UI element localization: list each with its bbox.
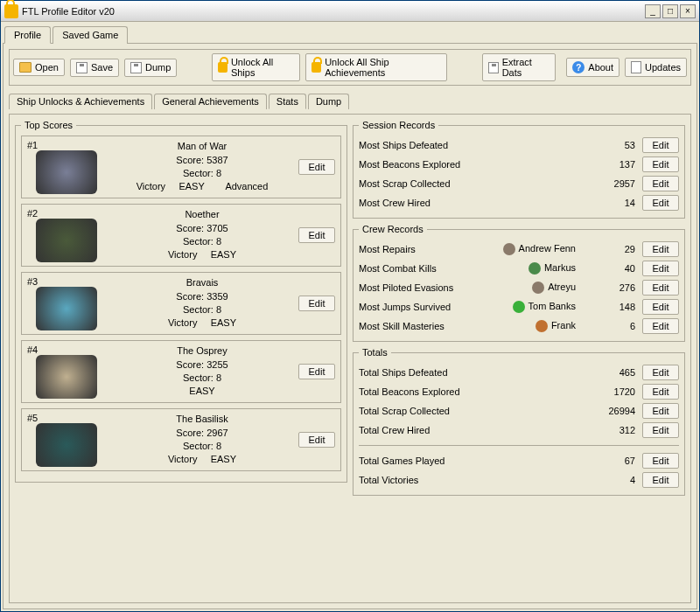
score-entry: #2NoetherScore: 3705Sector: 8Victory EAS… <box>21 204 341 267</box>
record-value: 29 <box>583 244 635 254</box>
titlebar: FTL Profile Editor v20 _ □ × <box>1 1 699 22</box>
crew-icon <box>513 301 525 313</box>
crew-records-legend: Crew Records <box>359 224 427 234</box>
subtab-unlocks[interactable]: Ship Unlocks & Achievements <box>9 94 152 109</box>
edit-button[interactable]: Edit <box>642 422 679 438</box>
ship-icon <box>36 355 97 399</box>
record-value: 148 <box>583 302 635 312</box>
record-value: 1720 <box>583 386 635 397</box>
record-label: Most Ships Defeated <box>359 140 576 150</box>
lock-icon <box>218 62 228 73</box>
edit-button[interactable]: Edit <box>298 159 335 175</box>
tab-profile[interactable]: Profile <box>4 26 51 44</box>
record-value: 53 <box>583 140 635 150</box>
extract-dats-button[interactable]: Extract Dats <box>482 53 556 81</box>
edit-button[interactable]: Edit <box>642 176 679 191</box>
left-column: Top Scores #1Man of WarScore: 5387Sector… <box>15 120 347 597</box>
unlock-ships-button[interactable]: Unlock All Ships <box>212 53 300 81</box>
sub-tabbar: Ship Unlocks & Achievements General Achi… <box>9 93 691 108</box>
edit-button[interactable]: Edit <box>642 299 679 315</box>
record-row: Most Scrap Collected2957Edit <box>359 174 679 193</box>
record-row: Most Crew Hired14Edit <box>359 193 679 212</box>
ship-icon <box>36 150 97 194</box>
edit-button[interactable]: Edit <box>642 318 679 334</box>
record-value: 276 <box>583 282 635 293</box>
record-row: Total Beacons Explored1720Edit <box>359 382 679 401</box>
record-value: 6 <box>583 321 635 331</box>
close-button[interactable]: × <box>680 4 696 18</box>
window-buttons: _ □ × <box>645 4 696 18</box>
disk-icon <box>76 62 88 73</box>
record-label: Most Piloted Evasions <box>359 282 525 293</box>
record-row: Total Scrap Collected26994Edit <box>359 401 679 421</box>
edit-button[interactable]: Edit <box>642 384 679 400</box>
record-label: Most Repairs <box>359 244 496 254</box>
record-value: 465 <box>583 367 635 378</box>
edit-button[interactable]: Edit <box>642 195 679 211</box>
about-button[interactable]: ?About <box>566 58 620 77</box>
edit-button[interactable]: Edit <box>642 241 679 257</box>
window-title: FTL Profile Editor v20 <box>22 6 645 17</box>
record-label: Total Beacons Explored <box>359 386 576 397</box>
edit-button[interactable]: Edit <box>298 227 335 243</box>
score-text: The OspreyScore: 3255Sector: 8EASY <box>111 344 293 399</box>
ship-name: The Osprey <box>111 344 293 358</box>
record-label: Most Skill Masteries <box>359 321 528 331</box>
crew-records-group: Crew Records Most RepairsAndrew Fenn29Ed… <box>353 224 685 342</box>
edit-button[interactable]: Edit <box>298 364 335 379</box>
unlock-achievements-button[interactable]: Unlock All Ship Achievements <box>305 53 447 81</box>
minimize-button[interactable]: _ <box>645 4 661 18</box>
record-label: Total Scrap Collected <box>359 406 576 416</box>
score-entry: #4The OspreyScore: 3255Sector: 8EASYEdit <box>21 340 341 403</box>
app-icon <box>4 4 18 18</box>
edit-button[interactable]: Edit <box>642 280 679 296</box>
edit-button[interactable]: Edit <box>298 296 335 311</box>
score-rank: #4 <box>27 344 106 355</box>
subtab-dump[interactable]: Dump <box>308 94 349 109</box>
edit-button[interactable]: Edit <box>642 365 679 380</box>
top-scores-group: Top Scores #1Man of WarScore: 5387Sector… <box>15 120 347 483</box>
record-value: 137 <box>583 159 635 170</box>
record-label: Most Beacons Explored <box>359 159 576 170</box>
ship-name: Man of War <box>111 140 293 153</box>
app-window: FTL Profile Editor v20 _ □ × Profile Sav… <box>0 0 700 612</box>
session-records-legend: Session Records <box>359 120 438 130</box>
session-records-group: Session Records Most Ships Defeated53Edi… <box>353 120 685 219</box>
record-value: 312 <box>583 425 635 435</box>
updates-button[interactable]: Updates <box>625 58 687 77</box>
maximize-button[interactable]: □ <box>662 4 678 18</box>
stats-panel: Top Scores #1Man of WarScore: 5387Sector… <box>9 114 691 603</box>
ship-icon <box>36 219 97 262</box>
edit-button[interactable]: Edit <box>642 472 679 488</box>
crew-icon <box>536 320 548 332</box>
dump-button[interactable]: Dump <box>124 59 177 77</box>
record-row: Most Ships Defeated53Edit <box>359 136 679 155</box>
edit-button[interactable]: Edit <box>642 137 679 153</box>
record-label: Most Crew Hired <box>359 198 576 208</box>
crew-icon <box>528 262 541 275</box>
score-text: The BasiliskScore: 2967Sector: 8Victory … <box>111 413 293 467</box>
score-text: BravaisScore: 3359Sector: 8Victory EASY <box>111 276 293 330</box>
edit-button[interactable]: Edit <box>642 403 679 419</box>
record-label: Total Ships Defeated <box>359 367 576 378</box>
edit-button[interactable]: Edit <box>642 156 679 172</box>
subtab-general[interactable]: General Achievements <box>154 94 267 109</box>
record-row: Total Games Played67Edit <box>359 451 679 470</box>
lock-icon <box>312 62 321 73</box>
open-button[interactable]: Open <box>13 59 65 76</box>
crew-name: Markus <box>528 262 576 275</box>
edit-button[interactable]: Edit <box>642 261 679 276</box>
top-scores-legend: Top Scores <box>21 120 76 130</box>
crew-icon <box>503 243 515 255</box>
tab-saved-game[interactable]: Saved Game <box>52 26 128 44</box>
ship-name: Bravais <box>111 276 293 289</box>
edit-button[interactable]: Edit <box>642 453 679 469</box>
save-button[interactable]: Save <box>70 59 119 77</box>
subtab-stats[interactable]: Stats <box>269 94 306 109</box>
toolbar: Open Save Dump Unlock All Ships Unlock A… <box>9 49 691 86</box>
crew-record-row: Most Combat KillsMarkus40Edit <box>359 259 679 278</box>
score-rank: #3 <box>27 276 106 287</box>
record-value: 67 <box>583 456 635 466</box>
edit-button[interactable]: Edit <box>298 432 335 448</box>
main-tabbar: Profile Saved Game <box>3 24 697 43</box>
